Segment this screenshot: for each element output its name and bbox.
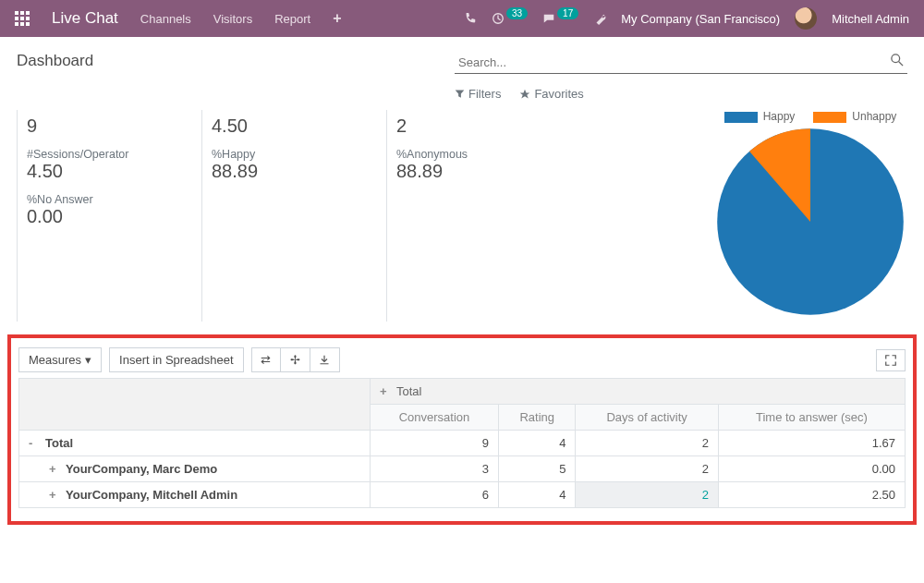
pivot-cell[interactable]: 1.67	[718, 431, 905, 456]
activity-badge[interactable]: 33	[492, 12, 528, 25]
pivot-cell[interactable]: 2	[576, 431, 718, 456]
filter-icon	[455, 89, 465, 99]
avatar[interactable]	[795, 7, 817, 30]
search-icon[interactable]	[891, 54, 904, 69]
pie-chart: Happy Unhappy	[695, 110, 907, 322]
flip-axis-button[interactable]: ⇄	[251, 347, 281, 372]
pivot-cell[interactable]: 2	[576, 482, 718, 508]
table-row: +YourCompany, Marc Demo3520.00	[19, 456, 906, 482]
pivot-column-header[interactable]: Time to answer (sec)	[718, 405, 905, 431]
insert-spreadsheet-button[interactable]: Insert in Spreadsheet	[109, 347, 244, 372]
wrench-icon[interactable]	[593, 12, 606, 25]
nav-report[interactable]: Report	[274, 12, 310, 26]
nav-channels[interactable]: Channels	[140, 12, 191, 26]
expand-all-button[interactable]: ✢	[281, 347, 310, 372]
favorites-button[interactable]: Favorites	[519, 87, 583, 101]
kpi-cell: 9 #Sessions/Operator 4.50 %No Answer 0.0…	[17, 110, 201, 322]
company-switcher[interactable]: My Company (San Francisco)	[621, 12, 780, 26]
nav-visitors[interactable]: Visitors	[213, 12, 252, 26]
pivot-cell[interactable]: 2	[576, 456, 718, 482]
user-menu[interactable]: Mitchell Admin	[832, 12, 909, 26]
add-icon[interactable]: +	[333, 10, 341, 27]
pivot-cell[interactable]: 9	[371, 431, 499, 456]
download-icon	[319, 355, 330, 366]
kpi-region: 9 #Sessions/Operator 4.50 %No Answer 0.0…	[0, 110, 924, 322]
kpi-cell: 4.50 %Happy 88.89	[201, 110, 386, 322]
legend-happy: Happy	[724, 110, 796, 123]
svg-line-2	[899, 62, 903, 66]
measures-button[interactable]: Measures ▾	[18, 347, 102, 372]
pivot-cell[interactable]: 0.00	[718, 456, 905, 482]
table-row: +YourCompany, Mitchell Admin6422.50	[19, 482, 906, 508]
pivot-cell[interactable]: 4	[499, 482, 576, 508]
download-button[interactable]	[310, 347, 340, 372]
pivot-table: +Total ConversationRatingDays of activit…	[18, 378, 906, 508]
pivot-row-header[interactable]: +YourCompany, Marc Demo	[19, 456, 371, 482]
pie-svg	[713, 125, 907, 319]
pivot-column-header[interactable]: Days of activity	[576, 405, 718, 431]
phone-icon[interactable]	[464, 12, 477, 25]
legend-unhappy: Unhappy	[813, 110, 896, 123]
chat-icon	[542, 12, 555, 25]
apps-icon[interactable]	[15, 11, 30, 26]
pivot-cell[interactable]: 4	[499, 431, 576, 456]
pivot-row-header[interactable]: +YourCompany, Mitchell Admin	[19, 482, 371, 508]
expand-icon[interactable]: +	[49, 462, 60, 476]
search-input[interactable]	[455, 52, 907, 74]
collapse-icon[interactable]: -	[29, 436, 40, 450]
star-icon	[519, 89, 530, 100]
messages-count: 17	[557, 7, 578, 19]
caret-down-icon: ▾	[85, 353, 91, 367]
kpi-cell: 2 %Anonymous 88.89	[386, 110, 571, 322]
top-navbar: Live Chat Channels Visitors Report + 33 …	[0, 0, 924, 37]
app-brand[interactable]: Live Chat	[52, 9, 118, 28]
table-row: -Total9421.67	[19, 431, 906, 456]
expand-icon	[885, 355, 896, 366]
pivot-cell[interactable]: 2.50	[718, 482, 905, 508]
activity-count: 33	[506, 7, 528, 19]
pivot-row-header[interactable]: -Total	[19, 431, 371, 456]
clock-icon	[492, 12, 505, 25]
page-title: Dashboard	[17, 52, 93, 70]
pivot-cell[interactable]: 3	[371, 456, 499, 482]
pivot-cell[interactable]: 6	[371, 482, 499, 508]
pivot-column-header[interactable]: Conversation	[371, 405, 499, 431]
expand-icon[interactable]: +	[49, 488, 60, 502]
pivot-panel: Measures ▾ Insert in Spreadsheet ⇄ ✢ +To…	[7, 334, 917, 525]
pivot-col-total[interactable]: +Total	[371, 379, 906, 405]
filters-button[interactable]: Filters	[455, 87, 501, 101]
fullscreen-button[interactable]	[876, 349, 906, 371]
messages-badge[interactable]: 17	[542, 12, 578, 25]
svg-point-1	[892, 55, 900, 63]
pivot-column-header[interactable]: Rating	[499, 405, 576, 431]
page-header: Dashboard Filters Favorites	[0, 37, 924, 101]
pivot-cell[interactable]: 5	[499, 456, 576, 482]
